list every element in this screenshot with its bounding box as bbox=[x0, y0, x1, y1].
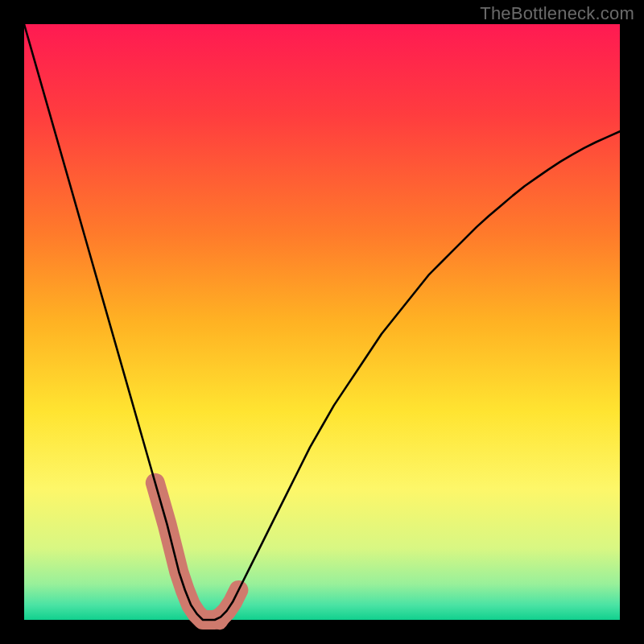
plot-area bbox=[24, 24, 620, 620]
chart-frame: TheBottleneck.com bbox=[0, 0, 644, 644]
bottleneck-curve bbox=[24, 24, 620, 620]
curve-layer bbox=[24, 24, 620, 620]
watermark-text: TheBottleneck.com bbox=[480, 3, 634, 24]
